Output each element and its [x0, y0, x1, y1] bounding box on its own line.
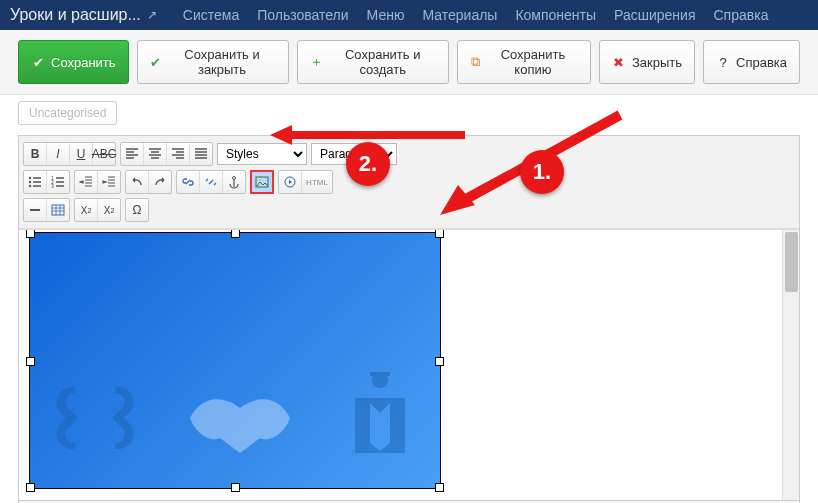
help-button[interactable]: ? Справка	[703, 40, 800, 84]
italic-button[interactable]: I	[47, 143, 70, 165]
anchor-button[interactable]	[223, 171, 245, 193]
format-select[interactable]: Paragraph	[311, 143, 397, 165]
align-left-icon	[125, 147, 139, 161]
table-icon	[51, 203, 65, 217]
save-close-label: Сохранить и закрыть	[168, 47, 277, 77]
undo-button[interactable]	[126, 171, 149, 193]
admin-top-menu: Уроки и расшир... ↗ Система Пользователи…	[0, 0, 818, 30]
underline-button[interactable]: U	[70, 143, 93, 165]
menu-components[interactable]: Компоненты	[515, 7, 596, 23]
hr-button[interactable]	[24, 199, 47, 221]
plus-icon: ＋	[310, 55, 323, 69]
svg-point-1	[29, 181, 31, 183]
link-icon	[181, 175, 195, 189]
strike-button[interactable]: ABC	[93, 143, 115, 165]
help-label: Справка	[736, 55, 787, 70]
media-button[interactable]	[279, 171, 302, 193]
selected-image[interactable]	[29, 232, 441, 489]
link-button[interactable]	[177, 171, 200, 193]
menu-users[interactable]: Пользователи	[257, 7, 348, 23]
handshake-icon	[180, 368, 300, 468]
align-right-button[interactable]	[167, 143, 190, 165]
ol-icon: 123	[51, 175, 65, 189]
save-new-label: Сохранить и создать	[329, 47, 436, 77]
special-char-button[interactable]: Ω	[126, 199, 148, 221]
unlink-button[interactable]	[200, 171, 223, 193]
save-copy-label: Сохранить копию	[488, 47, 578, 77]
media-icon	[283, 175, 297, 189]
check-icon: ✔	[31, 55, 45, 69]
svg-rect-12	[370, 372, 390, 376]
editor-scrollbar[interactable]	[782, 230, 799, 500]
svg-point-2	[29, 185, 31, 187]
bold-button[interactable]: B	[24, 143, 47, 165]
close-button[interactable]: ✖ Закрыть	[599, 40, 695, 84]
category-tag[interactable]: Uncategorised	[18, 101, 117, 125]
resize-handle-tm[interactable]	[231, 230, 240, 238]
table-button[interactable]	[47, 199, 69, 221]
save-copy-button[interactable]: ⧉ Сохранить копию	[457, 40, 591, 84]
hr-icon	[28, 203, 42, 217]
unlink-icon	[204, 175, 218, 189]
indent-icon	[102, 175, 116, 189]
format-select-wrap: Paragraph	[311, 143, 397, 165]
wysiwyg-editor: B I U ABC Styles Paragr	[18, 135, 800, 503]
close-label: Закрыть	[632, 55, 682, 70]
image-icon	[255, 175, 269, 189]
anchor-icon	[227, 175, 241, 189]
styles-select[interactable]: Styles	[217, 143, 307, 165]
editor-toolbar: B I U ABC Styles Paragr	[19, 136, 799, 229]
save-new-button[interactable]: ＋ Сохранить и создать	[297, 40, 449, 84]
svg-point-14	[378, 431, 382, 435]
redo-icon	[153, 175, 167, 189]
subscript-button[interactable]: X2	[75, 199, 98, 221]
align-left-button[interactable]	[121, 143, 144, 165]
svg-point-8	[259, 179, 261, 181]
menu-extensions[interactable]: Расширения	[614, 7, 695, 23]
scrollbar-thumb[interactable]	[785, 232, 798, 292]
resize-handle-tl[interactable]	[26, 230, 35, 238]
number-list-button[interactable]: 123	[47, 171, 69, 193]
editor-canvas[interactable]	[19, 229, 799, 500]
ul-icon	[28, 175, 42, 189]
html-button[interactable]: HTML	[302, 171, 332, 193]
tuxedo-icon	[340, 368, 420, 468]
align-center-icon	[148, 147, 162, 161]
resize-handle-bl[interactable]	[26, 483, 35, 492]
question-icon: ?	[716, 55, 730, 69]
svg-text:3: 3	[51, 183, 54, 189]
insert-image-button[interactable]	[251, 171, 273, 193]
indent-button[interactable]	[98, 171, 120, 193]
close-icon: ✖	[612, 55, 626, 69]
resize-handle-bm[interactable]	[231, 483, 240, 492]
svg-rect-10	[52, 205, 64, 215]
resize-handle-br[interactable]	[435, 483, 444, 492]
outdent-icon	[79, 175, 93, 189]
joomla-logo-icon	[50, 373, 140, 463]
menu-system[interactable]: Система	[183, 7, 239, 23]
svg-point-0	[29, 177, 31, 179]
menu-help[interactable]: Справка	[714, 7, 769, 23]
save-label: Сохранить	[51, 55, 116, 70]
save-close-button[interactable]: ✔ Сохранить и закрыть	[137, 40, 290, 84]
bullet-list-button[interactable]	[24, 171, 47, 193]
resize-handle-tr[interactable]	[435, 230, 444, 238]
superscript-button[interactable]: X2	[98, 199, 120, 221]
outdent-button[interactable]	[75, 171, 98, 193]
align-justify-button[interactable]	[190, 143, 212, 165]
external-link-icon[interactable]: ↗	[147, 8, 157, 22]
resize-handle-ml[interactable]	[26, 357, 35, 366]
title-text: Уроки и расшир...	[10, 6, 141, 24]
resize-handle-mr[interactable]	[435, 357, 444, 366]
image-content-silhouettes	[30, 368, 440, 468]
redo-button[interactable]	[149, 171, 171, 193]
align-right-icon	[171, 147, 185, 161]
styles-select-wrap: Styles	[217, 143, 307, 165]
check-icon: ✔	[150, 55, 162, 69]
save-button[interactable]: ✔ Сохранить	[18, 40, 129, 84]
menu-menu[interactable]: Меню	[367, 7, 405, 23]
align-justify-icon	[194, 147, 208, 161]
menu-content[interactable]: Материалы	[422, 7, 497, 23]
undo-icon	[130, 175, 144, 189]
align-center-button[interactable]	[144, 143, 167, 165]
